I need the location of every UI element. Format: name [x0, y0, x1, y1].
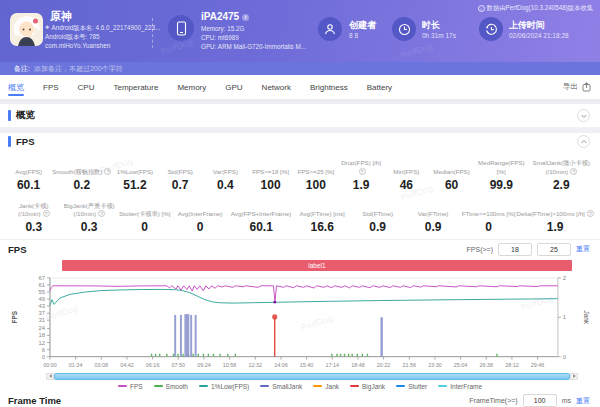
export-button[interactable]: 导出	[563, 82, 592, 92]
stat-value: 0.9	[425, 221, 442, 233]
fps-collapse-button[interactable]	[577, 135, 590, 148]
stat-label: SmallJank(微小卡顿) (/10min)?	[533, 159, 590, 176]
svg-text:06:16: 06:16	[146, 362, 160, 368]
stat-label: Var(FTime)	[418, 210, 449, 218]
legend-1%Low(FPS)[interactable]: 1%Low(FPS)	[199, 383, 249, 390]
stat-value: 0.7	[172, 179, 189, 191]
stat-value: 0.3	[81, 221, 98, 233]
svg-text:09:24: 09:24	[197, 362, 211, 368]
scroll-right-button[interactable]	[570, 373, 578, 380]
svg-text:0: 0	[563, 353, 567, 359]
tab-bar: 概览FPSCPUTemperatureMemoryGPUNetworkBrigh…	[0, 75, 600, 100]
fps-reset-button[interactable]: 重置	[576, 244, 590, 254]
help-icon[interactable]: ?	[43, 210, 50, 217]
legend-Stutter[interactable]: Stutter	[396, 383, 427, 390]
legend-SmallJank[interactable]: SmallJank	[260, 383, 302, 390]
chart-annotation-bar[interactable]: label1	[62, 260, 572, 271]
device-cpu: CPU: mt6989	[201, 34, 239, 41]
svg-text:Jank: Jank	[583, 310, 590, 324]
svg-text:14:06: 14:06	[274, 362, 288, 368]
svg-text:23:30: 23:30	[428, 362, 442, 368]
stat-value: 60	[445, 179, 458, 191]
creator-label: 创建者	[349, 19, 376, 32]
tab-GPU[interactable]: GPU	[225, 77, 242, 97]
stat-label: Avg(FPS+InterFrame)	[231, 210, 292, 218]
stat-avg-fps: Avg(FPS)60.1	[6, 151, 51, 197]
frame-time-reset-button[interactable]: 重置	[576, 396, 590, 406]
overview-collapse-button[interactable]	[577, 109, 590, 122]
chart-legend: FPSSmooth1%Low(FPS)SmallJankJankBigJankS…	[0, 381, 600, 391]
svg-text:03:08: 03:08	[95, 362, 109, 368]
creator-icon	[318, 17, 342, 41]
legend-FPS[interactable]: FPS	[118, 383, 143, 390]
legend-swatch	[350, 385, 359, 388]
device-info-icon[interactable]: i	[242, 14, 249, 21]
stat-label: Stutter(卡顿率) [%]	[119, 210, 171, 218]
fps-chart-svg[interactable]: 061218243137434955616701200:0001:3403:08…	[0, 272, 600, 370]
svg-text:61: 61	[38, 282, 45, 288]
tab-Brightness[interactable]: Brightness	[310, 77, 348, 97]
stat-value: 0	[141, 221, 148, 233]
stat-value: 0.9	[369, 221, 386, 233]
stat-median-fps: Median(FPS)60	[429, 151, 474, 197]
legend-InterFrame[interactable]: InterFrame	[438, 383, 482, 390]
svg-text:18: 18	[38, 332, 45, 338]
tab-CPU[interactable]: CPU	[78, 77, 95, 97]
help-icon[interactable]: ?	[359, 168, 366, 175]
app-icon	[10, 13, 43, 46]
overview-section-title: 概览	[16, 109, 577, 122]
svg-text:29:46: 29:46	[531, 362, 545, 368]
tab-Temperature[interactable]: Temperature	[113, 77, 158, 97]
legend-Smooth[interactable]: Smooth	[154, 383, 188, 390]
stat-min-fps: Min(FPS)46	[384, 151, 429, 197]
stat-label: Jank(卡顿) (/10min)?	[18, 202, 50, 219]
scrollbar-thumb[interactable]	[54, 373, 570, 380]
stat-label: Avg(FPS)	[15, 168, 42, 176]
section-accent	[8, 136, 11, 147]
device-gpu: GPU: ARM Mali-G720-Immortalis M...	[201, 43, 306, 50]
svg-text:0: 0	[42, 353, 46, 359]
stat-value: 51.2	[123, 179, 146, 191]
stat-smalljank: SmallJank(微小卡顿) (/10min)?2.9	[528, 151, 594, 197]
help-icon[interactable]: ?	[570, 168, 577, 175]
fps-chart-header: FPS FPS(>=) 重置	[0, 239, 600, 258]
stat-fps-ge-25: FPS>=25 [%]100	[293, 151, 338, 197]
stat-label: Avg(FTime) [ms]	[299, 210, 344, 218]
tab-Memory[interactable]: Memory	[177, 77, 206, 97]
help-icon[interactable]: ?	[104, 168, 111, 175]
stat-label: Std(FPS)	[167, 168, 192, 176]
help-icon[interactable]: ?	[587, 210, 594, 217]
svg-text:18:48: 18:48	[351, 362, 365, 368]
stat-ftime-ge-100: FTime>=100ms [%]0	[461, 197, 516, 239]
svg-text:1: 1	[563, 314, 566, 320]
tab-概览[interactable]: 概览	[8, 76, 24, 98]
report-header: 原神 ❖Android版本名: 4.6.0_22174900_223... An…	[0, 0, 600, 62]
svg-text:24: 24	[38, 325, 45, 331]
stat-label: Smooth(顺畅指数)?	[52, 168, 111, 176]
tab-Network[interactable]: Network	[262, 77, 291, 97]
tab-Battery[interactable]: Battery	[367, 77, 392, 97]
collect-note: i 数据由PerfDog(10.3.240548)版本收集	[478, 4, 593, 13]
fps-stats-row1: Avg(FPS)60.1Smooth(顺畅指数)?0.21%Low(FPS)51…	[0, 151, 600, 197]
chart-scrollbar[interactable]	[46, 372, 578, 380]
note-bar[interactable]: 备注: 添加备注，不超过200个字符	[0, 62, 600, 75]
frame-time-title: Frame Time	[8, 395, 469, 406]
frame-time-threshold-input[interactable]	[523, 394, 557, 407]
stat-value: 1.9	[353, 179, 370, 191]
svg-text:55: 55	[38, 289, 45, 295]
scroll-left-button[interactable]	[46, 373, 54, 380]
device-icon	[168, 15, 194, 41]
stat-jank: Jank(卡顿) (/10min)?0.3	[6, 197, 61, 239]
help-icon[interactable]: ?	[98, 210, 105, 217]
stat-avg-fps-interframe: Avg(FPS+InterFrame)60.1	[228, 197, 295, 239]
tab-list: 概览FPSCPUTemperatureMemoryGPUNetworkBrigh…	[8, 76, 563, 98]
duration-label: 时长	[422, 19, 440, 32]
fps-threshold-input-2[interactable]	[537, 243, 571, 256]
legend-BigJank[interactable]: BigJank	[350, 383, 385, 390]
legend-Jank[interactable]: Jank	[313, 383, 339, 390]
tab-FPS[interactable]: FPS	[43, 77, 59, 97]
fps-threshold-input-1[interactable]	[498, 243, 532, 256]
stat-fps-ge-18: FPS>=18 [%]100	[248, 151, 293, 197]
svg-text:67: 67	[38, 275, 45, 281]
app-version-code: Android版本号: 785	[45, 33, 100, 42]
